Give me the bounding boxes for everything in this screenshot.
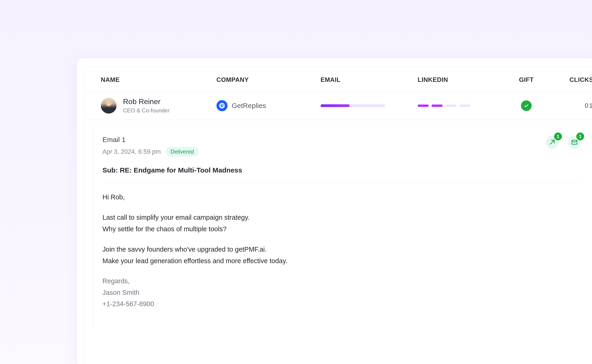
- linkedin-step-3: [445, 104, 456, 107]
- clicks-value: 01: [547, 102, 592, 109]
- body-p2-line1: Join the savvy founders who've upgraded …: [103, 246, 267, 253]
- body-paragraph-2: Join the savvy founders who've upgraded …: [103, 244, 581, 267]
- email-progress: [320, 104, 418, 107]
- send-stat-button[interactable]: 1: [546, 136, 559, 149]
- email-actions: 1 1: [546, 136, 581, 149]
- col-header-gift: GIFT: [506, 76, 547, 84]
- body-p2-line2: Make your lead generation effortless and…: [103, 257, 287, 265]
- sig-signoff: Regards,: [103, 277, 130, 285]
- email-detail-card: Email 1 Apr 3, 2024, 6:59 pm Delivered 1…: [93, 126, 592, 328]
- sig-phone: +1-234-567-8900: [103, 300, 154, 308]
- open-stat-badge: 1: [576, 132, 584, 140]
- body-greeting: Hi Rob,: [103, 191, 581, 203]
- col-header-email: EMAIL: [320, 76, 418, 84]
- col-header-name: NAME: [101, 76, 216, 84]
- contact-name: Rob Reiner: [123, 97, 169, 106]
- body-signature: Regards, Jason Smith +1-234-567-8900: [103, 275, 581, 310]
- email-subject: Sub: RE: Endgame for Multi-Tool Madness: [103, 166, 581, 174]
- body-p1-line1: Last call to simplify your email campaig…: [103, 214, 249, 221]
- name-cell: Rob Reiner CEO & Co-founder: [101, 97, 216, 114]
- check-circle-icon: [521, 100, 532, 111]
- email-header: Email 1 Apr 3, 2024, 6:59 pm Delivered 1…: [103, 136, 581, 156]
- contact-title: CEO & Co-founder: [123, 107, 169, 114]
- status-badge: Delivered: [166, 147, 198, 156]
- table-row[interactable]: Rob Reiner CEO & Co-founder GetReplies: [85, 91, 592, 120]
- send-stat-badge: 1: [554, 132, 562, 140]
- email-meta: Apr 3, 2024, 6:59 pm Delivered: [103, 147, 199, 156]
- linkedin-progress: [418, 104, 506, 107]
- avatar: [101, 98, 117, 114]
- subject-prefix: Sub:: [103, 166, 120, 174]
- table-header-row: NAME COMPANY EMAIL LINKEDIN GIFT CLICKS: [85, 67, 592, 91]
- gift-cell: [506, 100, 547, 111]
- linkedin-step-1: [418, 104, 429, 107]
- email-datetime: Apr 3, 2024, 6:59 pm: [103, 148, 161, 156]
- email-progress-fill: [320, 104, 350, 107]
- email-label: Email 1: [103, 136, 199, 144]
- company-name: GetReplies: [232, 102, 266, 110]
- open-stat-button[interactable]: 1: [568, 136, 581, 149]
- app-window-frame: NAME COMPANY EMAIL LINKEDIN GIFT CLICKS …: [76, 58, 592, 364]
- email-header-left: Email 1 Apr 3, 2024, 6:59 pm Delivered: [103, 136, 199, 156]
- col-header-company: COMPANY: [216, 76, 320, 84]
- linkedin-step-2: [431, 104, 442, 107]
- body-p1-line2: Why settle for the chaos of multiple too…: [103, 225, 227, 233]
- company-logo-icon: [216, 100, 228, 111]
- col-header-clicks: CLICKS: [547, 76, 592, 84]
- sig-name: Jason Smith: [103, 289, 139, 296]
- col-header-linkedin: LINKEDIN: [418, 76, 506, 84]
- contacts-panel: NAME COMPANY EMAIL LINKEDIN GIFT CLICKS …: [85, 66, 592, 364]
- subject-text: RE: Endgame for Multi-Tool Madness: [120, 166, 242, 174]
- email-body: Hi Rob, Last call to simplify your email…: [103, 191, 581, 310]
- company-cell: GetReplies: [216, 100, 320, 111]
- linkedin-step-4: [459, 104, 470, 107]
- email-progress-bar: [320, 104, 385, 107]
- contact-info: Rob Reiner CEO & Co-founder: [123, 97, 169, 114]
- divider: [103, 182, 581, 182]
- body-paragraph-1: Last call to simplify your email campaig…: [103, 212, 581, 235]
